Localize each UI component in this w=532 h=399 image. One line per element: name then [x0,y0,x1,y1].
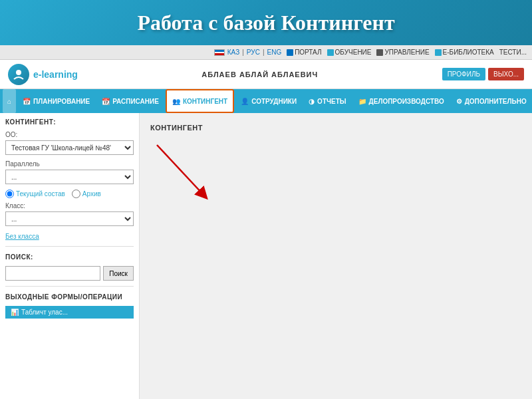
content-title: КОНТИНГЕНТ [150,124,521,132]
search-input[interactable] [5,266,100,281]
divider-1 [5,246,134,247]
portal-link[interactable]: ПОРТАЛ [287,49,321,56]
search-section: ПОИСК: Поиск [5,253,134,281]
nav-reports[interactable]: ◑ ОТЧЕТЫ [303,89,351,113]
radio-current[interactable] [5,190,14,198]
gear-icon: ⚙ [456,98,462,105]
portal-icon [287,49,293,56]
logout-button[interactable]: ВЫХО... [488,68,524,80]
logo-area: e-learning [8,64,78,85]
testing-link[interactable]: ТЕСТИ... [499,49,527,56]
header-buttons: ПРОФИЛЬ ВЫХО... [442,68,524,80]
arrow-svg [150,138,230,205]
content-area: КОНТИНГЕНТ: ОО: Тестовая ГУ 'Школа-лицей… [0,113,532,399]
banner-title: Работа с базой Контингент [137,11,394,35]
management-icon [376,49,383,56]
flag-icon [214,49,225,56]
nav-records[interactable]: 📁 ДЕЛОПРОИЗВОДСТВО [353,89,450,113]
no-class-group: Без класса [5,231,134,241]
table-icon: 📊 [11,309,19,316]
parallel-label: Параллель [5,160,134,168]
svg-point-0 [16,70,21,75]
search-row: Поиск [5,266,134,281]
main-nav: ⌂ 📅 ПЛАНИРОВАНИЕ 📆 РАСПИСАНИЕ 👥 КОНТИНГЕ… [0,89,532,113]
output-title: ВЫХОДНЫЕ ФОРМЫ/ОПЕРАЦИИ [5,293,134,301]
profile-button[interactable]: ПРОФИЛЬ [442,68,485,80]
reports-icon: ◑ [309,98,315,105]
radio-current-label[interactable]: Текущий состав [5,190,65,198]
elibrary-icon [435,49,442,56]
svg-line-1 [157,145,203,195]
lang-eng[interactable]: ENG [267,49,281,56]
learning-link[interactable]: ОБУЧЕНИЕ [327,49,372,56]
output-section: ВЫХОДНЫЕ ФОРМЫ/ОПЕРАЦИИ 📊 Табличт улас..… [5,293,134,319]
output-button[interactable]: 📊 Табличт улас... [5,306,134,319]
language-links: КАЗ | РУС | ENG [214,49,281,56]
nav-planning[interactable]: 📅 ПЛАНИРОВАНИЕ [17,89,95,113]
sidebar: КОНТИНГЕНТ: ОО: Тестовая ГУ 'Школа-лицей… [0,113,140,399]
calendar-icon: 📅 [23,98,31,105]
class-label: Класс: [5,202,134,209]
arrow-annotation [150,138,521,207]
radio-archive-label[interactable]: Архив [72,190,101,198]
learning-icon [327,49,334,56]
sidebar-section-title: КОНТИНГЕНТ: [5,118,134,126]
banner: Работа с базой Контингент [0,0,532,45]
nav-schedule[interactable]: 📆 РАСПИСАНИЕ [96,89,164,113]
radio-archive[interactable] [72,190,80,198]
search-title: ПОИСК: [5,253,134,261]
logo-icon [8,64,29,85]
nav-employees[interactable]: 👤 СОТРУДНИКИ [235,89,302,113]
management-link[interactable]: УПРАВЛЕНИЕ [376,49,429,56]
nav-additional[interactable]: ⚙ ДОПОЛНИТЕЛЬНО [451,89,532,113]
logo-text: e-learning [33,69,78,80]
oo-group: ОО: Тестовая ГУ 'Школа-лицей №48' [5,131,134,155]
parallel-group: Параллель ... [5,160,134,184]
oo-label: ОО: [5,131,134,138]
home-icon: ⌂ [7,98,11,105]
search-button[interactable]: Поиск [103,266,134,281]
user-name: АБЛАЕВ АБЛАЙ АБЛАЕВИЧ [78,70,442,78]
elibrary-link[interactable]: Е-БИБЛИОТЕКА [435,49,494,56]
people-icon: 👥 [172,98,180,105]
nav-home[interactable]: ⌂ [3,89,16,113]
divider-2 [5,286,134,287]
status-radio-group: Текущий состав Архив [5,190,134,198]
main-content: КОНТИНГЕНТ [140,113,532,399]
no-class-link[interactable]: Без класса [5,233,39,240]
folder-icon: 📁 [358,98,366,105]
nav-contingent[interactable]: 👥 КОНТИНГЕНТ [166,89,234,113]
schedule-icon: 📆 [102,98,110,105]
lang-kaz[interactable]: КАЗ [227,49,239,56]
lang-rus[interactable]: РУС [247,49,260,56]
top-nav-bar: КАЗ | РУС | ENG ПОРТАЛ ОБУЧЕНИЕ УПРАВЛЕН… [0,45,532,60]
class-select[interactable]: ... [5,211,134,226]
class-group: Класс: ... [5,202,134,226]
header-bar: e-learning АБЛАЕВ АБЛАЙ АБЛАЕВИЧ ПРОФИЛЬ… [0,60,532,89]
oo-select[interactable]: Тестовая ГУ 'Школа-лицей №48' [5,140,134,155]
employee-icon: 👤 [241,98,249,105]
parallel-select[interactable]: ... [5,170,134,184]
